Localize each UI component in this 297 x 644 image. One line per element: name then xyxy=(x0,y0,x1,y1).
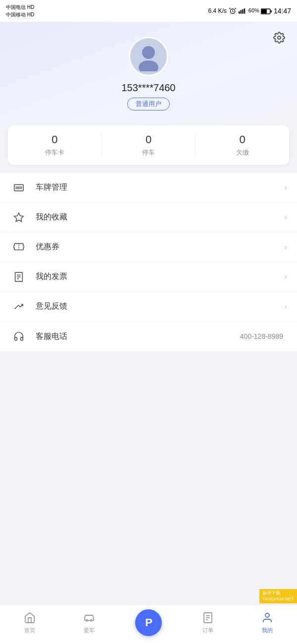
coupons-icon xyxy=(10,238,28,256)
svg-rect-7 xyxy=(271,10,272,12)
stat-label-parking-card: 停车卡 xyxy=(45,148,64,157)
home-nav-label: 首页 xyxy=(24,627,35,634)
network-speed: 6.4 K/s xyxy=(208,7,227,14)
svg-marker-17 xyxy=(14,213,23,221)
my-car-nav-label: 爱车 xyxy=(84,627,95,634)
svg-point-8 xyxy=(278,36,281,39)
phone-number: 153****7460 xyxy=(122,82,176,94)
nav-home[interactable]: 首页 xyxy=(0,611,59,634)
user-type-badge: 普通用户 xyxy=(127,98,170,110)
carrier-info: 中国电信 HD 中国移动 HD xyxy=(6,4,34,18)
nav-parking-center[interactable]: P xyxy=(119,609,178,636)
svg-point-10 xyxy=(139,60,158,71)
watermark: 扬华下载 YANGHUA.NET xyxy=(259,589,297,603)
avatar xyxy=(129,37,168,76)
signal-icon xyxy=(239,8,247,14)
svg-rect-2 xyxy=(240,10,241,13)
svg-rect-3 xyxy=(242,9,243,14)
settings-button[interactable] xyxy=(271,30,287,46)
carrier2-label: 中国移动 HD xyxy=(6,11,34,18)
stat-parking-card: 0 停车卡 xyxy=(8,133,101,157)
svg-rect-4 xyxy=(244,8,245,13)
chevron-right-icon: › xyxy=(284,212,287,222)
battery-icon xyxy=(261,8,272,14)
menu-item-coupons[interactable]: 优惠券 › xyxy=(0,232,297,262)
invoices-label: 我的发票 xyxy=(36,271,284,282)
battery-label: 60% xyxy=(248,7,272,14)
customer-service-label: 客服电话 xyxy=(36,331,240,342)
chevron-right-icon: › xyxy=(284,301,287,312)
svg-point-26 xyxy=(86,620,88,621)
feedback-label: 意见反馈 xyxy=(36,301,284,312)
nav-profile[interactable]: 我的 xyxy=(238,611,297,634)
stat-overdue: 0 欠缴 xyxy=(195,133,289,157)
gear-icon xyxy=(273,32,285,44)
my-car-nav-icon xyxy=(82,611,96,625)
svg-point-9 xyxy=(142,46,155,59)
profile-nav-icon xyxy=(260,611,274,625)
orders-nav-label: 订单 xyxy=(202,627,213,634)
status-bar: 中国电信 HD 中国移动 HD 6.4 K/s 60% 14:47 xyxy=(0,0,297,22)
carrier1-label: 中国电信 HD xyxy=(6,4,34,11)
coupons-label: 优惠券 xyxy=(36,242,284,252)
parking-p-label: P xyxy=(145,616,152,629)
stat-value-overdue: 0 xyxy=(240,133,246,146)
plate-management-icon xyxy=(10,179,28,197)
svg-line-23 xyxy=(15,307,17,309)
stat-value-parking: 0 xyxy=(146,133,151,146)
orders-nav-icon xyxy=(201,611,215,625)
menu-item-invoices[interactable]: 我的发票 › xyxy=(0,262,297,292)
svg-point-33 xyxy=(265,613,269,617)
bottom-nav: 首页 爱车 P 订单 我的 xyxy=(0,604,297,644)
svg-point-27 xyxy=(91,620,92,621)
stat-value-parking-card: 0 xyxy=(51,133,57,146)
stats-card: 0 停车卡 0 停车 0 欠缴 xyxy=(8,125,289,165)
status-right: 6.4 K/s 60% 14:47 xyxy=(208,7,292,15)
chevron-right-icon: › xyxy=(284,242,287,252)
svg-rect-1 xyxy=(239,11,240,14)
my-favorites-icon xyxy=(10,209,28,226)
stat-label-overdue: 欠缴 xyxy=(236,148,249,157)
nav-my-car[interactable]: 爱车 xyxy=(59,611,119,634)
feedback-icon xyxy=(10,298,28,316)
chevron-right-icon: › xyxy=(284,182,287,193)
invoices-icon xyxy=(10,268,28,286)
alarm-icon xyxy=(229,7,237,15)
stat-parking: 0 停车 xyxy=(101,133,196,157)
home-nav-icon xyxy=(23,611,37,625)
menu-item-plate-management[interactable]: 车牌管理 › xyxy=(0,173,297,203)
plate-management-label: 车牌管理 xyxy=(36,182,284,193)
avatar-image xyxy=(134,42,163,71)
menu-item-customer-service[interactable]: 客服电话 400-128-8989 xyxy=(0,322,297,351)
stat-label-parking: 停车 xyxy=(142,148,155,157)
customer-service-icon xyxy=(10,327,28,345)
chevron-right-icon: › xyxy=(284,271,287,282)
menu-item-my-favorites[interactable]: 我的收藏 › xyxy=(0,203,297,232)
menu-section: 车牌管理 › 我的收藏 › 优惠券 › 我的发票 › 意见反馈 › 客服电话 4… xyxy=(0,173,297,351)
customer-service-value: 400-128-8989 xyxy=(240,332,283,340)
menu-item-feedback[interactable]: 意见反馈 › xyxy=(0,292,297,322)
profile-info: 153****7460 普通用户 xyxy=(10,37,287,110)
profile-nav-label: 我的 xyxy=(262,627,273,634)
svg-rect-6 xyxy=(261,9,267,13)
my-favorites-label: 我的收藏 xyxy=(36,212,284,222)
parking-center-button[interactable]: P xyxy=(135,609,162,636)
time-label: 14:47 xyxy=(274,7,291,15)
nav-orders[interactable]: 订单 xyxy=(178,611,238,634)
profile-section: 153****7460 普通用户 xyxy=(0,22,297,125)
